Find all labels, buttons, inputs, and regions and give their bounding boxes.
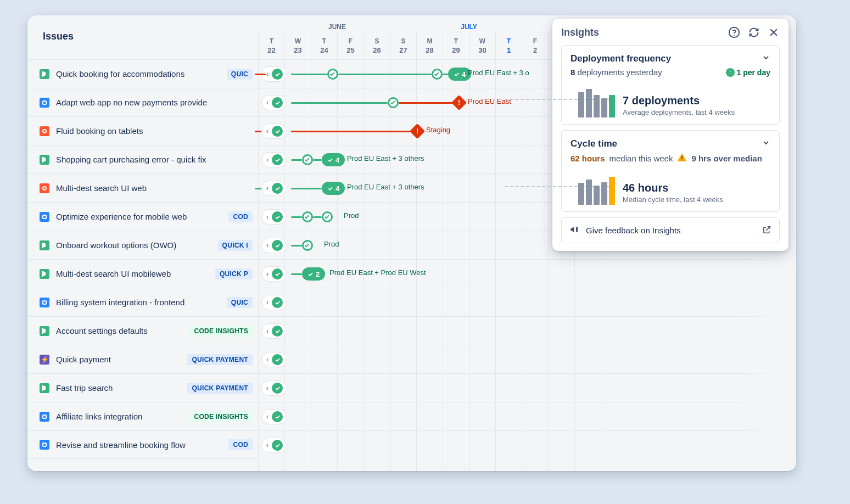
environment-label: Staging xyxy=(426,126,450,134)
spark-bar xyxy=(578,183,584,205)
chevron-left-icon: ‹ xyxy=(266,327,269,335)
issue-row[interactable]: ⚡Quick paymentQUICK PAYMENT xyxy=(27,345,258,373)
warning-icon xyxy=(677,153,687,164)
day-column[interactable]: F25 xyxy=(337,32,364,59)
timeline-row: ‹2Prod EU East + Prod EU West xyxy=(258,259,796,288)
issue-tag[interactable]: CODE INSIGHTS xyxy=(189,411,253,422)
issue-tag[interactable]: QUICK PAYMENT xyxy=(187,354,253,365)
issue-row[interactable]: Optimize experience for mobile webCOD xyxy=(27,202,258,231)
deploy-count-badge[interactable]: 4 xyxy=(322,153,345,166)
check-icon xyxy=(272,240,283,251)
day-column[interactable]: F2 xyxy=(522,32,548,59)
day-column[interactable]: T29 xyxy=(443,32,469,59)
deploy-pill[interactable]: ‹ xyxy=(261,238,287,253)
error-icon[interactable]: ! xyxy=(410,124,425,139)
error-icon[interactable]: ! xyxy=(451,95,467,110)
issue-title: Quick booking for accommodations xyxy=(56,69,222,79)
issue-row[interactable]: Account settings defaultsCODE INSIGHTS xyxy=(27,316,258,345)
deploy-node[interactable] xyxy=(432,69,443,80)
environment-label: Prod EU East + 3 others xyxy=(347,183,424,191)
deploy-count-badge[interactable]: 4 xyxy=(322,182,345,195)
feedback-link[interactable]: Give feedback on Insights xyxy=(561,217,780,243)
spark-bar xyxy=(586,89,592,117)
deploy-pill[interactable]: ‹ xyxy=(261,409,287,424)
refresh-icon[interactable] xyxy=(748,26,760,38)
deploy-pill[interactable]: ‹ xyxy=(261,438,287,453)
spark-bar xyxy=(601,182,607,205)
chevron-down-icon[interactable] xyxy=(762,138,770,149)
issue-row[interactable]: Fluid booking on tablets xyxy=(27,116,258,145)
cycle-value: 62 hours xyxy=(571,154,605,163)
deploy-pill[interactable]: ‹ xyxy=(261,181,287,196)
issue-title: Onboard workout options (OWO) xyxy=(56,240,214,250)
timeline-segment xyxy=(338,74,432,75)
issue-tag[interactable]: COD xyxy=(228,439,253,450)
svg-rect-3 xyxy=(682,160,683,161)
issue-title: Multi-dest search UI mobileweb xyxy=(56,269,211,278)
deploy-pill[interactable]: ‹ xyxy=(261,124,287,139)
deploy-node[interactable] xyxy=(302,240,313,251)
issue-title: Adapt web app no new payments provide xyxy=(56,98,253,107)
issue-tag[interactable]: COD xyxy=(228,211,253,222)
issue-type-icon xyxy=(40,126,49,136)
timeline-segment xyxy=(443,74,448,75)
day-column[interactable]: W23 xyxy=(284,32,311,59)
day-column[interactable]: S27 xyxy=(390,32,416,59)
day-column[interactable]: T22 xyxy=(258,32,284,59)
help-icon[interactable] xyxy=(728,26,740,38)
deploy-count-label: 8 deployments yesterday xyxy=(571,68,662,77)
issue-row[interactable]: Adapt web app no new payments provide xyxy=(27,88,258,116)
deploy-pill[interactable]: ‹ xyxy=(261,352,287,367)
deploy-pill[interactable]: ‹ xyxy=(261,152,287,167)
deploy-node[interactable] xyxy=(322,211,333,222)
issue-row[interactable]: Multi-dest search UI web xyxy=(27,173,258,202)
deploy-pill[interactable]: ‹ xyxy=(261,209,287,225)
deploy-pill[interactable]: ‹ xyxy=(261,266,287,282)
environment-label: Prod EU East + 3 o xyxy=(468,69,529,77)
issue-type-icon xyxy=(40,440,49,450)
issue-tag[interactable]: QUIC xyxy=(227,297,253,308)
issue-row[interactable]: Quick booking for accommodationsQUIC xyxy=(27,59,258,88)
issue-title: Multi-dest search UI web xyxy=(56,183,253,193)
month-label: JUNE xyxy=(258,15,416,32)
cycle-time-card[interactable]: Cycle time 62 hours median this week 9 h… xyxy=(561,130,780,212)
issue-row[interactable]: Billing system integration - frontendQUI… xyxy=(27,288,258,316)
issue-type-icon xyxy=(40,69,49,79)
issue-row[interactable]: Onboard workout options (OWO)QUICK I xyxy=(27,231,258,259)
spark-bar xyxy=(578,92,584,117)
issue-row[interactable]: Multi-dest search UI mobilewebQUICK P xyxy=(27,259,258,288)
issue-tag[interactable]: QUICK I xyxy=(218,240,253,251)
deploy-node[interactable] xyxy=(327,69,338,80)
app-frame: Issues Quick booking for accommodationsQ… xyxy=(27,15,796,471)
day-column[interactable]: T24 xyxy=(311,32,337,59)
issue-row[interactable]: Revise and streamline booking flowCOD xyxy=(27,430,258,459)
deploy-pill[interactable]: ‹ xyxy=(261,323,287,339)
day-column[interactable]: T1 xyxy=(495,32,522,59)
deploy-pill[interactable]: ‹ xyxy=(261,295,287,310)
issue-tag[interactable]: QUICK PAYMENT xyxy=(187,383,253,394)
card-title: Deployment frequency xyxy=(571,53,671,64)
day-column[interactable]: M28 xyxy=(416,32,443,59)
issue-row[interactable]: Fast trip searchQUICK PAYMENT xyxy=(27,373,258,402)
deploy-sparkline xyxy=(571,85,615,117)
issue-tag[interactable]: CODE INSIGHTS xyxy=(189,326,253,337)
deploy-node[interactable] xyxy=(302,154,313,165)
day-column[interactable]: S26 xyxy=(364,32,390,59)
chevron-down-icon[interactable] xyxy=(762,53,770,64)
deploy-node[interactable] xyxy=(302,211,313,222)
deploy-pill[interactable]: ‹ xyxy=(261,380,287,396)
issue-tag[interactable]: QUICK P xyxy=(215,268,253,279)
issue-tag[interactable]: QUIC xyxy=(227,69,253,80)
timeline-segment xyxy=(291,74,327,75)
timeline-segment xyxy=(291,245,302,247)
deploy-count-badge[interactable]: 2 xyxy=(302,267,325,281)
issue-title: Optimize experience for mobile web xyxy=(56,212,224,221)
close-icon[interactable] xyxy=(768,26,780,38)
day-column[interactable]: W30 xyxy=(469,32,495,59)
deploy-pill[interactable]: ‹ xyxy=(261,95,287,110)
issue-row[interactable]: Shopping cart purchasing error - quick f… xyxy=(27,145,258,173)
deployment-frequency-card[interactable]: Deployment frequency 8 deployments yeste… xyxy=(561,45,780,125)
issue-row[interactable]: Affiliate links integrationCODE INSIGHTS xyxy=(27,402,258,430)
issue-title: Revise and streamline booking flow xyxy=(56,440,224,450)
deploy-node[interactable] xyxy=(388,97,399,108)
